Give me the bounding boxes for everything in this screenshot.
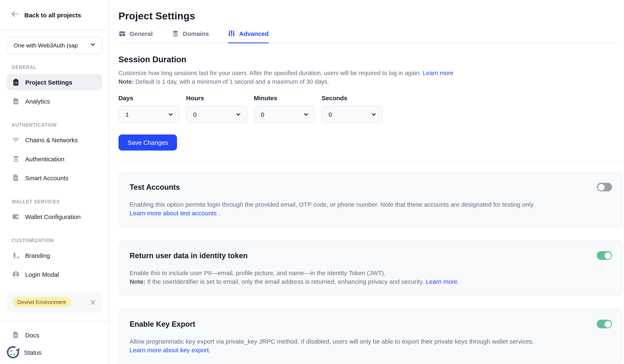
sidebar-item-label: Smart Accounts <box>25 174 69 181</box>
project-selector-value: One with Web3Auth (sap <box>14 42 78 49</box>
toggle-knob <box>604 252 611 259</box>
sidebar-item-label: Project Settings <box>25 79 72 86</box>
sidebar-item-label: Chains & Networks <box>25 136 78 143</box>
identity-token-description-text: Enable this to include user PII—email, p… <box>130 269 386 276</box>
chevron-down-icon <box>235 111 241 117</box>
days-label: Days <box>118 95 180 101</box>
tab-label: Advanced <box>239 30 268 37</box>
field-minutes: Minutes 0 <box>254 95 315 123</box>
session-note-text: Default is 1 day, with a minimum of 1 se… <box>135 78 329 85</box>
sidebar-item-wallet-configuration[interactable]: Wallet Configuration <box>7 208 102 225</box>
sidebar-item-label: Authentication <box>25 155 64 162</box>
close-icon[interactable] <box>89 298 97 306</box>
app-window: Back to all projects One with Web3Auth (… <box>0 0 624 364</box>
key-export-learn-more-link[interactable]: Learn more about key export. <box>130 346 210 353</box>
sidebar-item-branding[interactable]: Branding <box>7 247 102 264</box>
sidebar-item-login-modal[interactable]: Login Modal <box>7 266 102 283</box>
file-icon <box>12 174 20 182</box>
duration-fields: Days 1 Hours 0 Minutes 0 <box>118 95 623 123</box>
database-icon <box>172 30 179 37</box>
sidebar-item-label: Wallet Configuration <box>25 213 81 220</box>
link-suffix: . <box>217 210 220 217</box>
test-accounts-description-text: Enabling this option permits login throu… <box>130 201 535 208</box>
tab-advanced[interactable]: Advanced <box>228 30 268 43</box>
devnet-environment-badge: Devnet Environment <box>12 297 71 307</box>
identity-token-title: Return user data in identity token <box>130 251 612 260</box>
sidebar-footer: Docs Status <box>0 321 109 364</box>
database-icon <box>12 155 20 163</box>
field-hours: Hours 0 <box>186 95 247 123</box>
sidebar: Back to all projects One with Web3Auth (… <box>0 0 109 364</box>
sliders-icon <box>228 30 235 37</box>
wallet-icon <box>12 212 20 221</box>
table-icon <box>118 30 126 37</box>
identity-token-card: Return user data in identity token Enabl… <box>118 241 623 296</box>
docs-link[interactable]: Docs <box>0 326 109 343</box>
days-value: 1 <box>126 111 129 118</box>
toggle-knob <box>604 321 611 327</box>
environment-card: Devnet Environment <box>7 291 102 313</box>
back-to-projects-button[interactable]: Back to all projects <box>0 0 109 30</box>
chevron-down-icon <box>168 111 174 117</box>
identity-token-toggle[interactable] <box>597 251 612 260</box>
session-duration-title: Session Duration <box>118 54 623 65</box>
minutes-select[interactable]: 0 <box>254 106 315 123</box>
test-accounts-description: Enabling this option permits login throu… <box>130 200 537 217</box>
cookie-status-icon <box>6 345 21 360</box>
back-label: Back to all projects <box>24 11 81 18</box>
key-export-card: Enable Key Export Allow programmatic key… <box>118 309 623 364</box>
test-accounts-toggle[interactable] <box>597 183 612 191</box>
wifi-icon <box>12 136 20 144</box>
sidebar-item-smart-accounts[interactable]: Smart Accounts <box>7 170 102 186</box>
tab-label: General <box>130 30 153 37</box>
test-accounts-learn-more-link[interactable]: Learn more about test accounts <box>130 210 217 217</box>
project-selector-dropdown[interactable]: One with Web3Auth (sap <box>7 37 102 54</box>
key-export-description: Allow programmatic key export via privat… <box>130 337 537 354</box>
test-accounts-title: Test Accounts <box>130 183 612 192</box>
session-learn-more-link[interactable]: Learn more <box>423 70 453 76</box>
sidebar-item-analytics[interactable]: Analytics <box>7 93 102 109</box>
docs-icon <box>12 331 20 339</box>
section-label-wallet-services: WALLET SERVICES <box>12 199 102 204</box>
key-export-toggle[interactable] <box>597 320 612 328</box>
status-link[interactable]: Status <box>0 343 109 361</box>
days-select[interactable]: 1 <box>118 106 180 123</box>
chevron-down-icon <box>371 111 377 117</box>
seconds-value: 0 <box>329 111 332 118</box>
identity-token-note-label: Note: <box>130 278 146 285</box>
page-title: Project Settings <box>118 10 623 22</box>
minutes-label: Minutes <box>254 95 315 101</box>
minutes-value: 0 <box>261 111 264 118</box>
hours-select[interactable]: 0 <box>186 106 247 123</box>
seconds-label: Seconds <box>321 95 383 101</box>
toggle-knob <box>598 184 604 190</box>
sidebar-item-authentication[interactable]: Authentication <box>7 150 102 167</box>
save-changes-button[interactable]: Save Changes <box>118 134 177 150</box>
hours-label: Hours <box>186 95 247 101</box>
tab-bar: General Domains Advanced <box>118 30 623 43</box>
sidebar-item-chains-networks[interactable]: Chains & Networks <box>7 132 102 148</box>
session-duration-description: Customize how long sessions last for you… <box>118 69 623 86</box>
sidebar-item-project-settings[interactable]: Project Settings <box>7 74 102 90</box>
identity-token-description: Enable this to include user PII—email, p… <box>130 268 537 286</box>
tab-label: Domains <box>183 30 209 37</box>
chevron-down-icon <box>303 111 309 117</box>
identity-token-learn-more-link[interactable]: Learn more. <box>426 278 459 285</box>
identity-token-note-text: If the userIdentifier is set to email, o… <box>147 278 424 285</box>
section-label-customization: CUSTOMIZATION <box>12 238 102 243</box>
seconds-select[interactable]: 0 <box>321 106 383 123</box>
key-export-description-text: Allow programmatic key export via privat… <box>130 338 534 345</box>
tab-general[interactable]: General <box>118 30 153 43</box>
main-content: Project Settings General Domains Advance… <box>109 0 624 364</box>
clipboard-icon <box>12 78 20 86</box>
session-note-label: Note: <box>118 78 134 85</box>
arrow-left-icon <box>11 10 19 20</box>
branding-icon <box>12 251 20 259</box>
hours-value: 0 <box>193 111 197 118</box>
session-description-text: Customize how long sessions last for you… <box>118 70 421 76</box>
tab-domains[interactable]: Domains <box>172 30 209 43</box>
section-label-authentication: AUTHENTICATION <box>12 122 102 127</box>
sidebar-item-label: Analytics <box>25 97 50 105</box>
sidebar-item-label: Branding <box>25 252 50 259</box>
section-label-general: GENERAL <box>12 65 102 70</box>
